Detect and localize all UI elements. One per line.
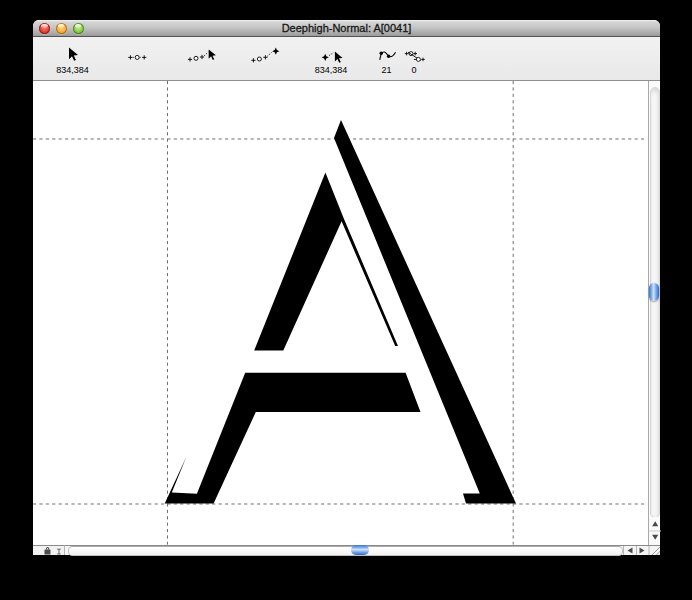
svg-text:834,384: 834,384 xyxy=(315,65,348,75)
svg-text:21: 21 xyxy=(381,65,391,75)
svg-text:834,384: 834,384 xyxy=(56,65,89,75)
svg-text:0: 0 xyxy=(411,65,416,75)
